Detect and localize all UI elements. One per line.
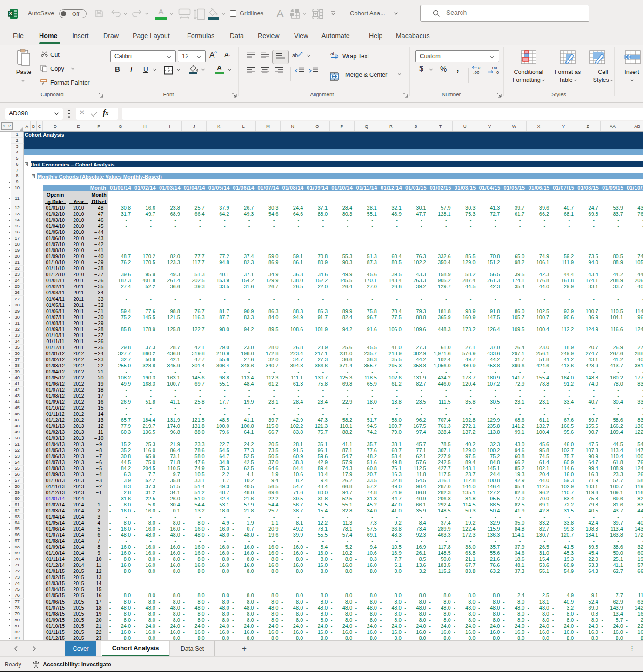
svg-text:X: X <box>9 11 12 16</box>
svg-text:ab: ab <box>330 51 336 56</box>
svg-text:.00: .00 <box>473 70 479 74</box>
svg-text:0: 0 <box>496 70 499 74</box>
svg-text:ab: ab <box>292 53 298 58</box>
